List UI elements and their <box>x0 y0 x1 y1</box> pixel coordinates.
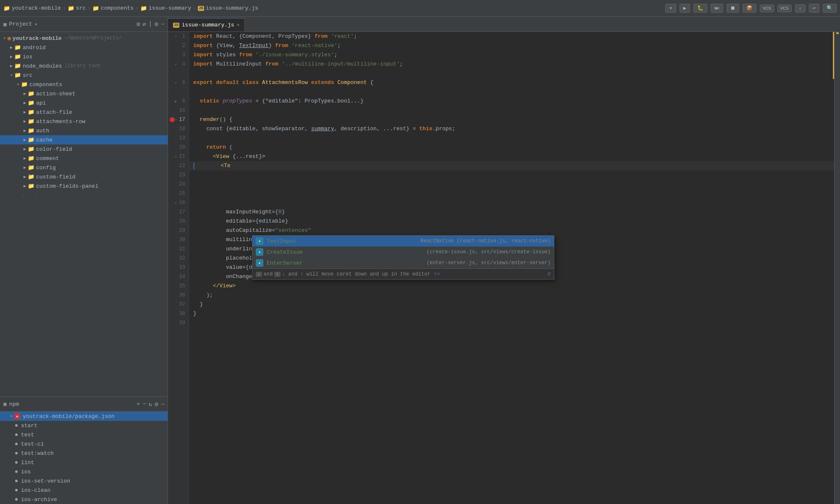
tab-label: issue-summary.js <box>182 22 234 28</box>
breadcrumb-label: issue-summary <box>149 5 191 11</box>
tree-item-auth[interactable]: ▶ 📁 auth <box>0 126 168 135</box>
project-dropdown[interactable]: ▾ <box>34 22 37 27</box>
npm-refresh-icon[interactable]: ↻ <box>149 401 152 408</box>
tree-label-cache: cache <box>36 137 52 143</box>
sync-icon[interactable]: ⚙ <box>136 21 140 28</box>
npm-package-item[interactable]: ▾ n youtrack-mobile/package.json <box>0 412 168 421</box>
script-item-ios-archive[interactable]: ios-archive <box>0 495 168 504</box>
line-num-22: 22 <box>168 161 189 171</box>
tree-label-color-field: color-field <box>36 146 72 152</box>
settings-icon[interactable]: ⚙ <box>155 21 158 28</box>
stop-button[interactable]: ⏹ <box>727 4 739 13</box>
hint-link[interactable]: >> <box>434 271 440 277</box>
autocomplete-item-createissue[interactable]: ✦ CreateIssue (create-issue.js, src/view… <box>252 247 554 257</box>
sidebar: ▣ Project ▾ ⚙ ⇄ | ⚙ → ▾ ▣ youtrack-mobil… <box>0 17 168 504</box>
tree-item-node-modules[interactable]: ▶ 📁 node_modules library root <box>0 61 168 71</box>
toolbar-right: ▾ ▶ 🐛 ⏭ ⏹ 📦 VCS VCS ↓ ↩ 🔍 <box>665 4 837 13</box>
js-file-icon: JS <box>198 6 204 11</box>
top-toolbar: 📁 youtrack-mobile › 📁 src › 📁 components… <box>0 0 840 17</box>
code-area[interactable]: import React, {Component, PropTypes} fro… <box>189 32 834 504</box>
script-label: test:watch <box>21 450 54 457</box>
collapse-icon[interactable]: ⇄ <box>142 21 146 28</box>
tree-item-api[interactable]: ▶ 📁 api <box>0 98 168 108</box>
npm-icons: + − ↻ ⚙ → <box>136 401 164 408</box>
search-button[interactable]: 🔍 <box>823 4 837 13</box>
folder-icon: 📁 <box>21 81 28 88</box>
code-line-2: import {View, TextInput} from 'react-nat… <box>189 41 834 50</box>
line-num-24: 24 <box>168 180 189 189</box>
npm-arrow-icon[interactable]: → <box>161 401 164 408</box>
autocomplete-item-enterserver[interactable]: ✦ EnterServer (enter-server.js, src/view… <box>252 257 554 268</box>
script-item-start[interactable]: start <box>0 421 168 430</box>
run-button[interactable]: ▶ <box>680 4 690 13</box>
tree-arrow: ▶ <box>8 63 14 68</box>
tree-item-src[interactable]: ▾ 📁 src <box>0 71 168 80</box>
tree-item-attach-file[interactable]: ▶ 📁 attach-file <box>0 108 168 117</box>
tree-item-comment[interactable]: ▶ 📁 comment <box>0 154 168 163</box>
tree-item-attachments-row[interactable]: ▶ 📁 attachments-row <box>0 117 168 126</box>
tree-arrow: ▶ <box>22 100 28 105</box>
script-dot <box>15 452 18 454</box>
editor-area: JS issue-summary.js × ▾1 2 3 ▾4 ▾6 ▶8 16… <box>168 17 840 504</box>
tree-item-components[interactable]: ▾ 📁 components <box>0 80 168 89</box>
tree-label-attachments-row: attachments-row <box>36 118 85 125</box>
vcs-badge-1[interactable]: VCS <box>760 5 774 12</box>
tree-label-comment: comment <box>36 155 59 162</box>
folder-icon: 📁 <box>14 72 21 79</box>
code-line-8: static propTypes = {"editable": PropType… <box>189 97 834 106</box>
script-item-ios-set-version[interactable]: ios-set-version <box>0 476 168 486</box>
script-item-ios[interactable]: ios <box>0 467 168 476</box>
tree-label-components: components <box>29 81 62 88</box>
line-gutter: ▾1 2 3 ▾4 ▾6 ▶8 16 ▾17 18 19 20 ▾21 22 2… <box>168 32 189 504</box>
tree-item-ios[interactable]: ▶ 📁 ios <box>0 52 168 61</box>
hint-and: and <box>264 271 273 277</box>
tree-item-color-field[interactable]: ▶ 📁 color-field <box>0 144 168 154</box>
script-item-test[interactable]: test <box>0 430 168 439</box>
tree-item-config[interactable]: ▶ 📁 config <box>0 163 168 172</box>
vcs-badge-2[interactable]: VCS <box>777 5 792 12</box>
breadcrumb-components[interactable]: 📁 components <box>92 5 134 12</box>
breadcrumb-src[interactable]: 📁 src <box>68 5 86 12</box>
script-dot <box>15 489 18 491</box>
tree-arrow: ▶ <box>8 54 14 59</box>
debug-button[interactable]: 🐛 <box>693 4 707 13</box>
tree-label-api: api <box>36 100 46 106</box>
tree-item-root[interactable]: ▾ ▣ youtrack-mobile ~/WebstormProjects/ <box>0 34 168 43</box>
script-label: ios <box>21 469 31 475</box>
build-button[interactable]: 📦 <box>743 4 756 13</box>
tree-arrow: ▶ <box>22 110 28 115</box>
update-button[interactable]: ↓ <box>795 4 806 13</box>
breadcrumb-issue-summary[interactable]: 📁 issue-summary <box>140 5 191 12</box>
breadcrumb-youtrack-mobile[interactable]: 📁 youtrack-mobile <box>3 5 61 12</box>
breadcrumb-label: youtrack-mobile <box>12 5 61 11</box>
tree-item-custom-fields-panel[interactable]: ▶ 📁 custom-fields-panel <box>0 181 168 191</box>
tree-item-action-sheet[interactable]: ▶ 📁 action-sheet <box>0 89 168 98</box>
script-label: start <box>21 423 37 429</box>
autocomplete-item-textinput[interactable]: ✦ TextInput ReactNative (react-native.js… <box>252 236 554 247</box>
line-num-17: ▾17 <box>168 115 189 124</box>
step-over-button[interactable]: ⏭ <box>711 4 723 13</box>
npm-add-icon[interactable]: + <box>136 401 140 408</box>
code-line-18: const {editable, showSeparator, summary,… <box>189 124 834 134</box>
undo-button[interactable]: ↩ <box>809 4 819 13</box>
npm-settings-icon[interactable]: ⚙ <box>155 401 158 408</box>
script-item-test-watch[interactable]: test:watch <box>0 449 168 458</box>
tree-item-android[interactable]: ▶ 📁 android <box>0 43 168 52</box>
script-item-test-ci[interactable]: test-ci <box>0 439 168 449</box>
tree-item-cache[interactable]: ▶ 📁 cache <box>0 135 168 144</box>
autocomplete-source-enterserver: (enter-server.js, src/views/enter-server… <box>427 260 551 266</box>
tree-label-custom-fields-panel: custom-fields-panel <box>36 183 98 189</box>
project-header: ▣ Project ▾ ⚙ ⇄ | ⚙ → <box>0 17 168 32</box>
npm-remove-icon[interactable]: − <box>142 401 146 408</box>
breadcrumb-file[interactable]: JS issue-summary.js <box>198 5 258 11</box>
tree-arrow: ▶ <box>22 119 28 124</box>
script-item-lint[interactable]: lint <box>0 458 168 467</box>
arrow-icon[interactable]: → <box>161 21 164 28</box>
line-num-8: ▶8 <box>168 97 189 106</box>
tree-item-custom-field[interactable]: ▶ 📁 custom-field <box>0 172 168 181</box>
dropdown-button[interactable]: ▾ <box>665 4 676 13</box>
tab-issue-summary[interactable]: JS issue-summary.js × <box>168 18 245 32</box>
line-num-36: 36 <box>168 291 189 300</box>
script-item-ios-clean[interactable]: ios-clean <box>0 486 168 495</box>
tab-close-button[interactable]: × <box>237 23 240 28</box>
